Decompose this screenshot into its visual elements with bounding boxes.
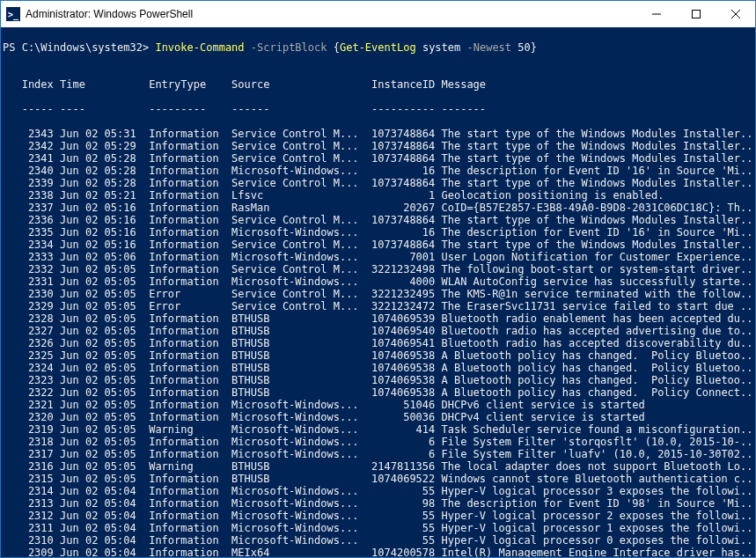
eventlog-row: 2328 Jun 02 05:05 Information BTHUSB 107… — [3, 312, 755, 325]
svg-rect-1 — [692, 11, 700, 18]
eventlog-row: 2320 Jun 02 05:05 Information Microsoft-… — [3, 411, 755, 423]
prompt-line: PS C:\Windows\system32> Invoke-Command -… — [3, 41, 755, 54]
minimize-button[interactable] — [636, 1, 676, 27]
eventlog-row: 2318 Jun 02 05:05 Information Microsoft-… — [3, 436, 755, 448]
eventlog-row: 2333 Jun 02 05:06 Information Microsoft-… — [3, 251, 755, 263]
eventlog-row: 2323 Jun 02 05:05 Information BTHUSB 107… — [3, 374, 755, 386]
eventlog-row: 2338 Jun 02 05:21 Information Lfsvc 1 Ge… — [3, 189, 755, 202]
terminal-body[interactable]: PS C:\Windows\system32> Invoke-Command -… — [1, 27, 755, 557]
cmd-geteventlog: Get-EventLog — [340, 41, 416, 54]
eventlog-row: 2334 Jun 02 05:16 Information Service Co… — [3, 239, 755, 251]
prompt: PS C:\Windows\system32> — [3, 41, 149, 54]
window-title: Administrator: Windows PowerShell — [26, 8, 193, 20]
cmd-brace-open: { — [334, 41, 340, 54]
eventlog-row: 2331 Jun 02 05:05 Information Microsoft-… — [3, 275, 755, 288]
cmd-system: system — [422, 41, 460, 54]
eventlog-row: 2342 Jun 02 05:29 Information Service Co… — [3, 140, 755, 152]
cmd-invoke: Invoke-Command — [155, 41, 244, 54]
titlebar[interactable]: >_ Administrator: Windows PowerShell — [1, 1, 755, 27]
eventlog-row: 2327 Jun 02 05:05 Information BTHUSB 107… — [3, 325, 755, 337]
eventlog-row: 2343 Jun 02 05:31 Information Service Co… — [3, 128, 755, 140]
cmd-50: 50 — [517, 41, 530, 54]
maximize-button[interactable] — [676, 1, 716, 27]
powershell-icon: >_ — [6, 7, 20, 21]
eventlog-row: 2309 Jun 02 05:04 Information MEIx64 107… — [3, 547, 755, 557]
eventlog-row: 2336 Jun 02 05:16 Information Service Co… — [3, 214, 755, 226]
eventlog-row: 2325 Jun 02 05:05 Information BTHUSB 107… — [3, 349, 755, 362]
eventlog-row: 2317 Jun 02 05:05 Information Microsoft-… — [3, 448, 755, 460]
eventlog-row: 2326 Jun 02 05:05 Information BTHUSB 107… — [3, 337, 755, 349]
eventlog-row: 2329 Jun 02 05:05 Error Service Control … — [3, 300, 755, 312]
close-button[interactable] — [716, 1, 755, 27]
cmd-newest: -Newest — [467, 41, 512, 54]
cmd-brace-close: } — [531, 41, 537, 54]
eventlog-row: 2311 Jun 02 05:04 Information Microsoft-… — [3, 522, 755, 534]
eventlog-row: 2310 Jun 02 05:04 Information Microsoft-… — [3, 534, 755, 547]
eventlog-row: 2322 Jun 02 05:05 Information BTHUSB 107… — [3, 386, 755, 399]
eventlog-row: 2314 Jun 02 05:04 Information Microsoft-… — [3, 485, 755, 497]
eventlog-row: 2316 Jun 02 05:05 Warning BTHUSB 2147811… — [3, 460, 755, 473]
eventlog-row: 2335 Jun 02 05:16 Information Microsoft-… — [3, 226, 755, 239]
cmd-scriptblock: -ScriptBlock — [251, 41, 327, 54]
close-icon — [731, 10, 740, 18]
eventlog-row: 2321 Jun 02 05:05 Information Microsoft-… — [3, 399, 755, 411]
eventlog-row: 2340 Jun 02 05:28 Information Microsoft-… — [3, 165, 755, 177]
eventlog-row: 2337 Jun 02 05:16 Information RasMan 202… — [3, 202, 755, 214]
minimize-icon — [652, 10, 661, 18]
header-dashes: ----- ---- --------- ------ ---------- -… — [3, 103, 755, 115]
header-row: Index Time EntryType Source InstanceID M… — [3, 78, 755, 91]
eventlog-row: 2315 Jun 02 05:05 Information BTHUSB 107… — [3, 473, 755, 485]
eventlog-row: 2312 Jun 02 05:04 Information Microsoft-… — [3, 510, 755, 522]
maximize-icon — [692, 10, 701, 18]
eventlog-row: 2341 Jun 02 05:28 Information Service Co… — [3, 152, 755, 165]
eventlog-row: 2324 Jun 02 05:05 Information BTHUSB 107… — [3, 362, 755, 374]
eventlog-row: 2319 Jun 02 05:05 Warning Microsoft-Wind… — [3, 423, 755, 436]
eventlog-row: 2332 Jun 02 05:05 Information Service Co… — [3, 263, 755, 275]
eventlog-row: 2339 Jun 02 05:28 Information Service Co… — [3, 177, 755, 189]
eventlog-row: 2313 Jun 02 05:04 Information Microsoft-… — [3, 497, 755, 510]
eventlog-row: 2330 Jun 02 05:05 Error Service Control … — [3, 288, 755, 300]
